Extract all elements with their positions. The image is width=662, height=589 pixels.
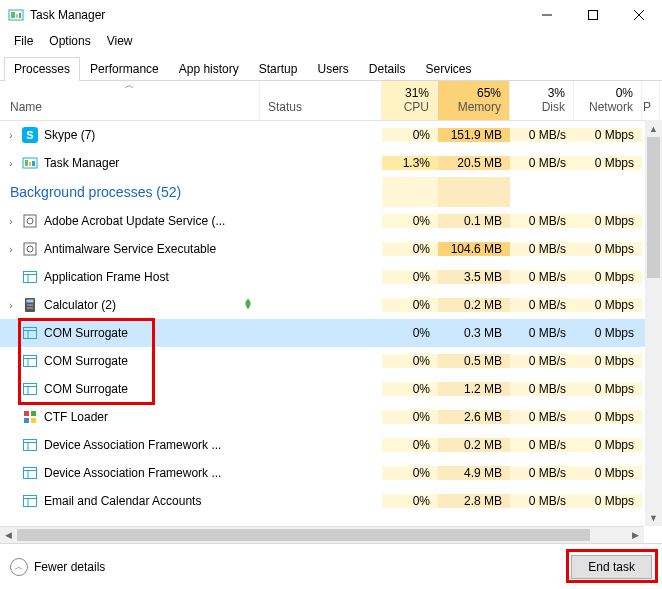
tab-details[interactable]: Details (359, 57, 416, 81)
svg-point-26 (27, 307, 29, 309)
leaf-icon (242, 298, 254, 310)
header-extra[interactable]: P (642, 81, 660, 120)
svg-point-17 (27, 246, 33, 252)
process-name: Calculator (2) (44, 298, 116, 312)
disk-value: 0 MB/s (510, 354, 574, 368)
end-task-button[interactable]: End task (571, 555, 652, 579)
expand-chevron-icon[interactable]: › (6, 130, 16, 141)
scroll-left-arrow-icon[interactable]: ◀ (0, 527, 17, 544)
svg-rect-42 (24, 440, 37, 451)
process-icon (22, 155, 38, 171)
process-table: ︿ Name Status 31% CPU 65% Memory 3% Disk… (0, 81, 662, 529)
expand-chevron-icon[interactable]: › (6, 216, 16, 227)
tab-app-history[interactable]: App history (169, 57, 249, 81)
tab-users[interactable]: Users (307, 57, 358, 81)
disk-value: 0 MB/s (510, 128, 574, 142)
menu-options[interactable]: Options (41, 32, 98, 50)
tab-processes[interactable]: Processes (4, 57, 80, 81)
network-value: 0 Mbps (574, 382, 642, 396)
network-value: 0 Mbps (574, 270, 642, 284)
tab-services[interactable]: Services (416, 57, 482, 81)
maximize-button[interactable] (570, 0, 616, 30)
horizontal-scrollbar[interactable]: ◀ ▶ (0, 526, 644, 543)
table-row[interactable]: ›Calculator (2)0%0.2 MB0 MB/s0 Mbps (0, 291, 662, 319)
scroll-right-arrow-icon[interactable]: ▶ (627, 527, 644, 544)
table-row[interactable]: ›Adobe Acrobat Update Service (...0%0.1 … (0, 207, 662, 235)
cpu-value: 0% (382, 354, 438, 368)
disk-value: 0 MB/s (510, 214, 574, 228)
svg-rect-29 (24, 328, 37, 339)
svg-rect-35 (24, 384, 37, 395)
task-manager-icon (8, 7, 24, 23)
tab-startup[interactable]: Startup (249, 57, 308, 81)
menu-bar: File Options View (0, 30, 662, 54)
svg-rect-16 (24, 243, 36, 255)
table-row[interactable]: ›SSkype (7)0%151.9 MB0 MB/s0 Mbps (0, 121, 662, 149)
memory-value: 104.6 MB (438, 242, 510, 256)
svg-rect-40 (24, 418, 29, 423)
close-button[interactable] (616, 0, 662, 30)
svg-rect-3 (19, 13, 21, 18)
svg-rect-39 (31, 411, 36, 416)
disk-value: 0 MB/s (510, 410, 574, 424)
disk-value: 0 MB/s (510, 298, 574, 312)
memory-value: 0.1 MB (438, 214, 510, 228)
table-row[interactable]: COM Surrogate0%1.2 MB0 MB/s0 Mbps (0, 375, 662, 403)
column-headers: ︿ Name Status 31% CPU 65% Memory 3% Disk… (0, 81, 662, 121)
vertical-scroll-thumb[interactable] (647, 137, 660, 278)
tab-performance[interactable]: Performance (80, 57, 169, 81)
memory-value: 3.5 MB (438, 270, 510, 284)
disk-value: 0 MB/s (510, 270, 574, 284)
svg-rect-2 (16, 14, 18, 18)
fewer-details-button[interactable]: ︿ Fewer details (10, 558, 105, 576)
expand-chevron-icon[interactable]: › (6, 300, 16, 311)
network-value: 0 Mbps (574, 214, 642, 228)
table-row[interactable]: ›Task Manager1.3%20.5 MB0 MB/s0 Mbps (0, 149, 662, 177)
table-row[interactable]: COM Surrogate0%0.3 MB0 MB/s0 Mbps (0, 319, 662, 347)
header-memory[interactable]: 65% Memory (438, 81, 510, 120)
table-row[interactable]: Application Frame Host0%3.5 MB0 MB/s0 Mb… (0, 263, 662, 291)
chevron-up-circle-icon: ︿ (10, 558, 28, 576)
process-icon (22, 241, 38, 257)
expand-chevron-icon[interactable]: › (6, 244, 16, 255)
header-network[interactable]: 0% Network (574, 81, 642, 120)
disk-value: 0 MB/s (510, 242, 574, 256)
vertical-scrollbar[interactable]: ▲ ▼ (645, 120, 662, 526)
process-name: COM Surrogate (44, 382, 128, 396)
table-row[interactable]: ›Antimalware Service Executable0%104.6 M… (0, 235, 662, 263)
header-status[interactable]: Status (260, 81, 382, 120)
minimize-button[interactable] (524, 0, 570, 30)
svg-rect-18 (24, 272, 37, 283)
header-name[interactable]: ︿ Name (0, 81, 260, 120)
memory-value: 1.2 MB (438, 382, 510, 396)
svg-point-23 (27, 304, 29, 306)
cpu-value: 0% (382, 494, 438, 508)
scroll-up-arrow-icon[interactable]: ▲ (645, 120, 662, 137)
header-disk[interactable]: 3% Disk (510, 81, 574, 120)
tab-bar: Processes Performance App history Startu… (0, 56, 662, 81)
network-value: 0 Mbps (574, 466, 642, 480)
process-icon (22, 409, 38, 425)
disk-value: 0 MB/s (510, 156, 574, 170)
svg-text:S: S (26, 129, 33, 141)
table-row[interactable]: CTF Loader0%2.6 MB0 MB/s0 Mbps (0, 403, 662, 431)
table-row[interactable]: Email and Calendar Accounts0%2.8 MB0 MB/… (0, 487, 662, 515)
process-name: Task Manager (44, 156, 119, 170)
disk-value: 0 MB/s (510, 494, 574, 508)
table-row[interactable]: Device Association Framework ...0%0.2 MB… (0, 431, 662, 459)
scroll-down-arrow-icon[interactable]: ▼ (645, 509, 662, 526)
memory-value: 2.6 MB (438, 410, 510, 424)
network-value: 0 Mbps (574, 156, 642, 170)
table-row[interactable]: COM Surrogate0%0.5 MB0 MB/s0 Mbps (0, 347, 662, 375)
menu-file[interactable]: File (6, 32, 41, 50)
table-row[interactable]: Device Association Framework ...0%4.9 MB… (0, 459, 662, 487)
process-name: Email and Calendar Accounts (44, 494, 201, 508)
svg-rect-41 (31, 418, 36, 423)
svg-point-15 (27, 218, 33, 224)
cpu-value: 0% (382, 270, 438, 284)
expand-chevron-icon[interactable]: › (6, 158, 16, 169)
header-cpu[interactable]: 31% CPU (382, 81, 438, 120)
svg-rect-1 (11, 12, 15, 18)
horizontal-scroll-thumb[interactable] (17, 529, 590, 541)
menu-view[interactable]: View (99, 32, 141, 50)
